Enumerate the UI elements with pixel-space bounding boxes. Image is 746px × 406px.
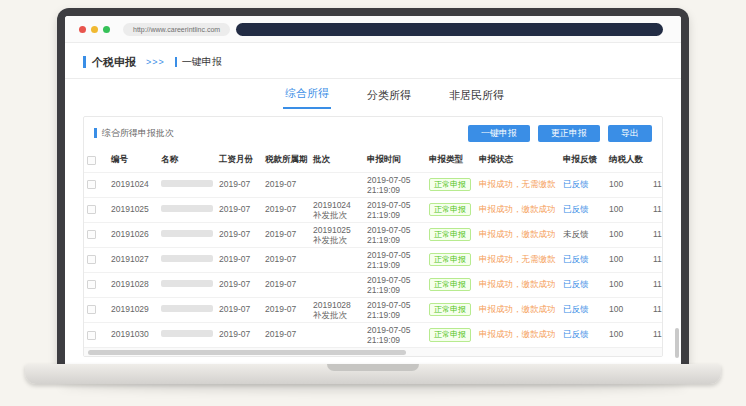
tab-comprehensive-income[interactable]: 综合所得 [283, 86, 331, 109]
cell-time: 2019-07-05 21:19:09 [364, 322, 426, 347]
filing-type-badge: 正常申报 [429, 178, 471, 192]
cell-feedback: 已反馈 [560, 172, 606, 197]
cell-extra: 11 [650, 297, 662, 322]
cell-batch: 20191025 补发批次 [310, 222, 364, 247]
cell-taxpayers: 100 [606, 297, 650, 322]
tab-nonresident-income[interactable]: 非居民所得 [447, 88, 506, 109]
laptop-base-notch [327, 364, 419, 371]
cell-taxpayers: 100 [606, 272, 650, 297]
cell-salary-month: 2019-07 [216, 197, 262, 222]
subtitle-accent-bar [175, 57, 177, 67]
page-title: 个税申报 [92, 55, 136, 70]
page-content: 个税申报 >>> 一键申报 综合所得 分类所得 非居民所得 综合所得申报批次 一… [65, 43, 681, 366]
filing-type-badge: 正常申报 [429, 253, 471, 267]
tab-classified-income[interactable]: 分类所得 [365, 88, 413, 109]
col-header-taxpayers: 纳税人数 [606, 149, 650, 172]
table-row[interactable]: 20191029 2019-07 2019-07 20191028 补发批次 2… [84, 297, 662, 322]
col-header-salary-month: 工资月份 [216, 149, 262, 172]
cell-feedback: 已反馈 [560, 297, 606, 322]
cell-batch [310, 322, 364, 347]
title-accent-bar [83, 56, 86, 68]
cell-tax-period: 2019-07 [262, 172, 310, 197]
batch-table: 编号 名称 工资月份 税款所属期 批次 申报时间 申报类型 申报状态 申报反馈 … [84, 149, 662, 347]
cell-time: 2019-07-05 21:19:09 [364, 272, 426, 297]
row-checkbox[interactable] [87, 280, 96, 289]
filing-type-badge: 正常申报 [429, 303, 471, 317]
cell-id: 20191029 [108, 297, 158, 322]
horizontal-scrollbar-thumb[interactable] [88, 350, 406, 355]
cell-status: 申报成功，缴款成功 [476, 222, 560, 247]
browser-window: http://www.careerintlinc.com 个税申报 >>> 一键… [65, 16, 681, 366]
cell-time: 2019-07-05 21:19:09 [364, 297, 426, 322]
cell-tax-period: 2019-07 [262, 272, 310, 297]
minimize-icon[interactable] [91, 26, 98, 33]
address-bar[interactable]: http://www.careerintlinc.com [123, 23, 230, 36]
cell-status: 申报成功，缴款成功 [476, 297, 560, 322]
cell-id: 20191028 [108, 272, 158, 297]
col-header-batch: 批次 [310, 149, 364, 172]
horizontal-scrollbar[interactable] [84, 347, 662, 356]
cell-time: 2019-07-05 21:19:09 [364, 197, 426, 222]
cell-taxpayers: 100 [606, 222, 650, 247]
redacted-name [161, 280, 213, 287]
row-checkbox[interactable] [87, 230, 96, 239]
table-row[interactable]: 20191027 2019-07 2019-07 2019-07-05 21:1… [84, 247, 662, 272]
row-checkbox[interactable] [87, 305, 96, 314]
page-subtitle: 一键申报 [182, 55, 222, 69]
redacted-name [161, 255, 213, 262]
export-button[interactable]: 导出 [608, 125, 652, 142]
col-header-tax-period: 税款所属期 [262, 149, 310, 172]
cell-time: 2019-07-05 21:19:09 [364, 222, 426, 247]
cell-feedback: 已反馈 [560, 247, 606, 272]
cell-status: 申报成功，缴款成功 [476, 272, 560, 297]
cell-salary-month: 2019-07 [216, 297, 262, 322]
close-icon[interactable] [79, 26, 86, 33]
redacted-name [161, 180, 213, 187]
cell-batch: 20191024 补发批次 [310, 197, 364, 222]
cell-salary-month: 2019-07 [216, 172, 262, 197]
row-checkbox[interactable] [87, 180, 96, 189]
cell-tax-period: 2019-07 [262, 322, 310, 347]
row-checkbox[interactable] [87, 331, 96, 340]
select-all-checkbox[interactable] [87, 156, 96, 165]
table-row[interactable]: 20191030 2019-07 2019-07 2019-07-05 21:1… [84, 322, 662, 347]
cell-id: 20191024 [108, 172, 158, 197]
col-header-extra [650, 149, 662, 172]
row-checkbox[interactable] [87, 205, 96, 214]
correct-filing-button[interactable]: 更正申报 [538, 125, 600, 142]
cell-taxpayers: 100 [606, 322, 650, 347]
col-header-name: 名称 [158, 149, 216, 172]
cell-feedback: 已反馈 [560, 197, 606, 222]
table-row[interactable]: 20191025 2019-07 2019-07 20191024 补发批次 2… [84, 197, 662, 222]
col-header-id: 编号 [108, 149, 158, 172]
laptop-base [25, 364, 721, 384]
vertical-scrollbar-thumb[interactable] [675, 328, 679, 358]
panel-buttons: 一键申报 更正申报 导出 [468, 125, 652, 142]
filing-type-badge: 正常申报 [429, 228, 471, 242]
redacted-name [161, 230, 213, 237]
breadcrumb-arrows-icon: >>> [146, 57, 165, 67]
redacted-name [161, 205, 213, 212]
row-checkbox[interactable] [87, 255, 96, 264]
one-click-file-button[interactable]: 一键申报 [468, 125, 530, 142]
cell-feedback: 已反馈 [560, 272, 606, 297]
cell-status: 申报成功，缴款成功 [476, 322, 560, 347]
toolbar-decoration-bar [236, 23, 663, 36]
cell-taxpayers: 100 [606, 247, 650, 272]
table-row[interactable]: 20191026 2019-07 2019-07 20191025 补发批次 2… [84, 222, 662, 247]
table-row[interactable]: 20191028 2019-07 2019-07 2019-07-05 21:1… [84, 272, 662, 297]
col-header-status: 申报状态 [476, 149, 560, 172]
cell-feedback: 未反馈 [560, 222, 606, 247]
cell-salary-month: 2019-07 [216, 272, 262, 297]
cell-time: 2019-07-05 21:19:09 [364, 172, 426, 197]
cell-batch [310, 272, 364, 297]
table-row[interactable]: 20191024 2019-07 2019-07 2019-07-05 21:1… [84, 172, 662, 197]
batch-panel: 综合所得申报批次 一键申报 更正申报 导出 [83, 116, 663, 357]
panel-accent-bar [94, 128, 97, 138]
cell-status: 申报成功，无需缴款 [476, 172, 560, 197]
cell-extra: 11 [650, 172, 662, 197]
cell-extra: 11 [650, 247, 662, 272]
col-header-type: 申报类型 [426, 149, 476, 172]
maximize-icon[interactable] [103, 26, 110, 33]
cell-tax-period: 2019-07 [262, 197, 310, 222]
